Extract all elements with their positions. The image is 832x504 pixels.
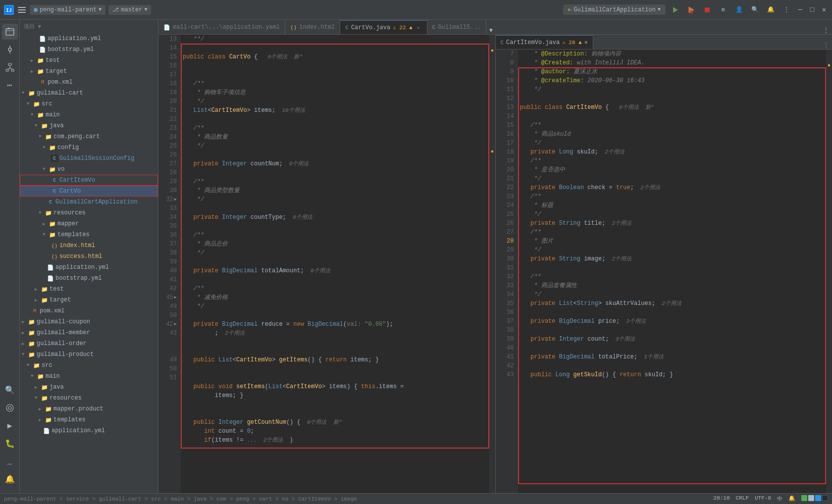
tree-item-resources-prod[interactable]: ▼ 📁 resources (20, 393, 158, 403)
tree-item-gulimall-member[interactable]: ▶ 📁 gulimall-member (20, 327, 158, 338)
sidebar-icon-commit[interactable] (2, 42, 18, 57)
svg-rect-11 (8, 63, 11, 65)
sidebar-icon-search[interactable]: 🔍 (2, 382, 18, 398)
tab-close-button[interactable]: ✕ (415, 24, 422, 31)
tree-item-gulimall-coupon[interactable]: ▶ 📁 gulimall-coupon (20, 316, 158, 327)
tree-item-GulimallCartApp[interactable]: C GulimallCartApplication (20, 197, 158, 207)
tab-actions-right[interactable]: ⋮ (820, 27, 832, 34)
maximize-button[interactable]: □ (808, 6, 816, 14)
right-pane-tabs: C CartItemVo.java ⚠ 28 ▲ ✕ ⋮ (496, 35, 832, 50)
tree-item-vo[interactable]: ▼ 📁 vo (20, 164, 158, 175)
encoding-indicator[interactable]: UTF-8 (755, 495, 771, 503)
close-button[interactable]: ✕ (820, 6, 828, 14)
tree-item-target-1[interactable]: ▶ 📁 target (20, 66, 158, 77)
sidebar-icon-terminal[interactable]: _ (2, 454, 18, 469)
file-yaml-icon: 📄 (39, 46, 47, 53)
tree-item-gulimall-cart[interactable]: ▼ 📁 gulimall-cart (20, 88, 158, 99)
tree-item-app-yaml-prod[interactable]: 📄 application.yml (20, 425, 158, 436)
tree-label: bootstrap.yml (48, 46, 94, 53)
tree-item-main-1[interactable]: ▼ 📁 main (20, 109, 158, 120)
minimize-button[interactable]: ─ (796, 6, 804, 14)
hamburger-menu-icon[interactable] (17, 5, 27, 15)
profile-icon[interactable]: 👤 (733, 4, 745, 16)
notifications-icon[interactable]: 🔔 (765, 4, 777, 16)
sidebar-icon-run[interactable]: ▶ (2, 418, 18, 434)
folder-icon: 📁 (41, 394, 49, 402)
branch-selector[interactable]: ⎇ master ▼ (108, 5, 151, 15)
sidebar-icon-project[interactable] (2, 24, 18, 40)
tree-item-resources-1[interactable]: ▼ 📁 resources (20, 207, 158, 218)
stop-button[interactable] (701, 4, 713, 16)
code-line: /** (520, 121, 825, 130)
code-content-right[interactable]: * @Description: 购物项内容 * @Created: with I… (518, 50, 827, 493)
tree-item-CartItemVo[interactable]: C CartItemVo (20, 175, 158, 186)
tree-item-app-yaml-2[interactable]: 📄 application.yml (20, 262, 158, 273)
run-button[interactable] (670, 4, 681, 16)
tree-item-gulimall-order[interactable]: ▶ 📁 gulimall-order (20, 338, 158, 349)
tree-item-CartVo[interactable]: C CartVo (20, 186, 158, 197)
sidebar-icon-debug[interactable]: 🐛 (2, 436, 18, 452)
debug-button[interactable] (685, 4, 697, 16)
code-line: * 商品数量 (183, 133, 487, 142)
tree-label: CartVo (59, 188, 81, 195)
position-indicator[interactable]: 28:10 (714, 495, 730, 503)
svg-point-4 (690, 10, 693, 13)
tree-item-src-1[interactable]: ▼ 📁 src (20, 99, 158, 109)
branch-chevron-icon: ▼ (144, 7, 147, 12)
code-line: * 商品类型数量 (183, 186, 487, 195)
chevron-icon: ▶ (39, 417, 44, 423)
search-icon[interactable]: 🔍 (749, 4, 761, 16)
code-line (520, 344, 825, 353)
folder-icon: 📁 (28, 329, 36, 337)
tab-overflow-menu[interactable]: ▼ (486, 27, 496, 34)
tree-label: gulimall-order (37, 340, 87, 347)
sidebar-icon-notifications[interactable]: 🔔 (2, 471, 18, 487)
tree-item-templates-prod[interactable]: ▶ 📁 templates (20, 414, 158, 425)
tree-item-gulimall-product[interactable]: ▼ 📁 gulimall-product (20, 349, 158, 360)
project-selector[interactable]: peng-mall-parent ▼ (30, 5, 105, 15)
code-content-left[interactable]: **/ public class CartVo { 0个用法 新* /** * … (181, 35, 489, 493)
settings-icon[interactable]: ⚙ (717, 4, 729, 16)
tab-application-yaml[interactable]: 📄 mall-cart\...\application.yaml (158, 20, 285, 34)
tree-item-target-2[interactable]: ▶ 📁 target (20, 295, 158, 305)
sidebar-icon-structure[interactable] (2, 59, 18, 75)
code-line: /** (183, 284, 487, 293)
tree-item-test-1[interactable]: ▶ 📁 test (20, 55, 158, 66)
folder-icon: 📁 (33, 100, 41, 108)
tree-item-mapper-prod[interactable]: ▶ 📁 mapper.product (20, 403, 158, 414)
tree-item-java-prod[interactable]: ▶ 📁 java (20, 382, 158, 393)
tab-CartItemVo[interactable]: C CartItemVo.java ⚠ 28 ▲ ✕ (496, 35, 594, 49)
tree-item-pom-2[interactable]: M pom.xml (20, 305, 158, 316)
tree-item-bootstrap-yaml-2[interactable]: 📄 bootstrap.yml (20, 273, 158, 284)
code-line: /** (183, 124, 487, 133)
tree-item-pom-1[interactable]: M pom.xml (20, 77, 158, 88)
tree-item-success-html[interactable]: ⟨⟩ success.html (20, 251, 158, 262)
tree-item-main-prod[interactable]: ▼ 📁 main (20, 371, 158, 382)
tree-item-bootstrap-yaml-1[interactable]: 📄 bootstrap.yml (20, 44, 158, 55)
editor-scroll-right[interactable]: 7 8 9 10 11 12 13 14 15 16 17 18 19 20 (496, 50, 832, 493)
sidebar-icon-vcs[interactable] (2, 400, 18, 416)
editor-scroll-left[interactable]: 13 14 15 16 17 18 19 20 21 22 23 24 25 2… (158, 35, 495, 493)
tree-item-templates-1[interactable]: ▼ 📁 templates (20, 229, 158, 240)
pane-tab-actions[interactable]: ⋮ (820, 42, 832, 49)
tab-CartVo[interactable]: C CartVo.java ⚠ 22 ▲ ✕ (340, 20, 427, 34)
more-icon[interactable]: ⋮ (780, 4, 792, 16)
line-ending-indicator[interactable]: CRLF (736, 495, 749, 503)
tree-item-config[interactable]: ▼ 📁 config (20, 142, 158, 153)
tree-item-app-yaml-1[interactable]: 📄 application.yml (20, 33, 158, 44)
folder-icon: 📁 (45, 209, 52, 217)
tab-index-html[interactable]: ⟨⟩ index.html (285, 20, 340, 34)
run-config-selector[interactable]: ▶ GulimallCartApplication ▼ (563, 4, 666, 15)
sidebar-icon-more[interactable]: ⋯ (2, 77, 18, 93)
sidebar-icons: ⋯ 🔍 ▶ 🐛 _ 🔔 (0, 20, 20, 493)
tab-close-button[interactable]: ✕ (584, 39, 588, 46)
tree-item-java-1[interactable]: ▼ 📁 java (20, 120, 158, 131)
tree-item-index-html[interactable]: ⟨⟩ index.html (20, 240, 158, 251)
tree-item-test-2[interactable]: ▶ 📁 test (20, 284, 158, 295)
tree-item-GulimallSessionConfig[interactable]: C GulimallSessionConfig (20, 153, 158, 164)
tree-item-src-prod[interactable]: ▼ 📁 src (20, 360, 158, 371)
tree-item-com-peng-cart[interactable]: ▼ 📁 com.peng.cart (20, 131, 158, 142)
tab-GulimallS[interactable]: C GulimallS... (427, 20, 486, 34)
tree-item-mapper-1[interactable]: ▶ 📁 mapper (20, 218, 158, 229)
chevron-icon: ▶ (22, 319, 27, 325)
